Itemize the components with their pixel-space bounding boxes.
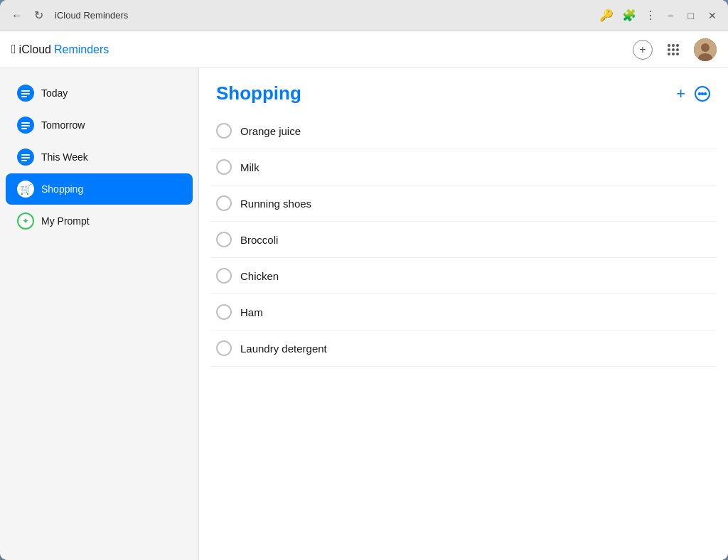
svg-rect-5 xyxy=(21,96,27,97)
svg-rect-3 xyxy=(21,90,30,92)
reminder-text-3: Running shoes xyxy=(240,198,311,210)
list-title: Shopping xyxy=(216,82,676,104)
svg-rect-4 xyxy=(21,93,30,95)
maximize-button[interactable]: □ xyxy=(685,10,697,21)
reminder-item[interactable]: Running shoes xyxy=(210,185,717,222)
tomorrow-icon xyxy=(17,117,34,134)
reminder-text-5: Chicken xyxy=(240,270,279,282)
reminders-label: Reminders xyxy=(54,43,109,56)
reminder-text-1: Orange juice xyxy=(240,125,301,137)
titlebar-right: 🔑 🧩 ⋮ − □ ✕ xyxy=(599,9,719,22)
reminder-checkbox-7[interactable] xyxy=(216,340,232,356)
grid-icon xyxy=(668,44,679,55)
svg-rect-11 xyxy=(21,160,27,161)
add-reminder-button[interactable]: + xyxy=(676,85,685,103)
this-week-icon xyxy=(17,149,34,166)
icloud-label: iCloud xyxy=(19,43,51,56)
reminder-checkbox-2[interactable] xyxy=(216,159,232,175)
svg-rect-7 xyxy=(21,125,30,126)
reminder-item[interactable]: Milk xyxy=(210,149,717,185)
reminder-item[interactable]: Chicken xyxy=(210,258,717,294)
reminder-item[interactable]: Laundry detergent xyxy=(210,330,717,367)
sidebar-item-this-week[interactable]: This Week xyxy=(6,141,193,173)
user-avatar[interactable] xyxy=(694,38,717,61)
grid-view-button[interactable] xyxy=(663,39,684,60)
minimize-button[interactable]: − xyxy=(665,10,676,21)
menu-icon[interactable]: ⋮ xyxy=(645,9,656,22)
svg-point-14 xyxy=(702,92,703,94)
sidebar-item-today-label: Today xyxy=(41,87,68,99)
content-actions: + xyxy=(676,85,711,103)
sidebar-item-shopping[interactable]: 🛒 Shopping xyxy=(6,173,193,205)
reminder-checkbox-4[interactable] xyxy=(216,232,232,247)
reminder-checkbox-6[interactable] xyxy=(216,304,232,320)
app-header-actions: + xyxy=(633,38,717,61)
svg-rect-8 xyxy=(21,128,27,129)
sidebar-item-my-prompt-label: My Prompt xyxy=(41,215,90,227)
extension-icon[interactable]: 🧩 xyxy=(622,9,636,22)
shopping-icon: 🛒 xyxy=(17,181,34,198)
close-button[interactable]: ✕ xyxy=(705,10,719,21)
add-list-button[interactable]: + xyxy=(633,40,653,60)
svg-point-13 xyxy=(699,92,700,94)
sidebar-item-this-week-label: This Week xyxy=(41,151,88,163)
reminder-text-7: Laundry detergent xyxy=(240,343,327,355)
reminder-checkbox-1[interactable] xyxy=(216,123,232,139)
content-header: Shopping + xyxy=(199,68,728,113)
content-area: Shopping + Orange j xyxy=(199,68,728,560)
reminder-item[interactable]: Ham xyxy=(210,294,717,330)
more-options-button[interactable] xyxy=(694,85,711,102)
svg-rect-9 xyxy=(21,154,30,156)
sidebar-item-today[interactable]: Today xyxy=(6,77,193,109)
reminder-text-6: Ham xyxy=(240,306,263,318)
main-content: Today Tomorrow xyxy=(0,68,728,560)
reminder-item[interactable]: Broccoli xyxy=(210,222,717,258)
sidebar-item-tomorrow[interactable]: Tomorrow xyxy=(6,109,193,141)
reminder-checkbox-5[interactable] xyxy=(216,268,232,284)
sidebar-item-tomorrow-label: Tomorrow xyxy=(41,119,85,131)
svg-point-15 xyxy=(705,92,706,94)
titlebar-title: iCloud Reminders xyxy=(55,10,128,21)
reminder-text-2: Milk xyxy=(240,161,259,173)
today-icon xyxy=(17,85,34,102)
app-header:  iCloud Reminders + xyxy=(0,31,728,68)
titlebar: ← ↻ iCloud Reminders 🔑 🧩 ⋮ − □ ✕ xyxy=(0,0,728,31)
password-icon[interactable]: 🔑 xyxy=(599,9,614,22)
app-logo:  iCloud Reminders xyxy=(11,42,109,57)
svg-point-1 xyxy=(701,43,710,52)
sidebar: Today Tomorrow xyxy=(0,68,199,560)
titlebar-left: ← ↻ iCloud Reminders xyxy=(9,6,128,25)
my-prompt-icon: ✦ xyxy=(17,212,34,230)
apple-icon:  xyxy=(11,42,16,57)
svg-rect-10 xyxy=(21,157,30,158)
back-button[interactable]: ← xyxy=(9,6,26,25)
sidebar-item-my-prompt[interactable]: ✦ My Prompt xyxy=(6,205,193,237)
reminder-checkbox-3[interactable] xyxy=(216,195,232,211)
svg-rect-6 xyxy=(21,122,30,124)
sidebar-item-shopping-label: Shopping xyxy=(41,183,83,195)
reminder-item[interactable]: Orange juice xyxy=(210,113,717,149)
refresh-button[interactable]: ↻ xyxy=(31,6,46,25)
reminders-list: Orange juice Milk Running shoes Broccoli… xyxy=(199,113,728,560)
reminder-text-4: Broccoli xyxy=(240,234,278,246)
app-window: ← ↻ iCloud Reminders 🔑 🧩 ⋮ − □ ✕  iClou… xyxy=(0,0,728,560)
